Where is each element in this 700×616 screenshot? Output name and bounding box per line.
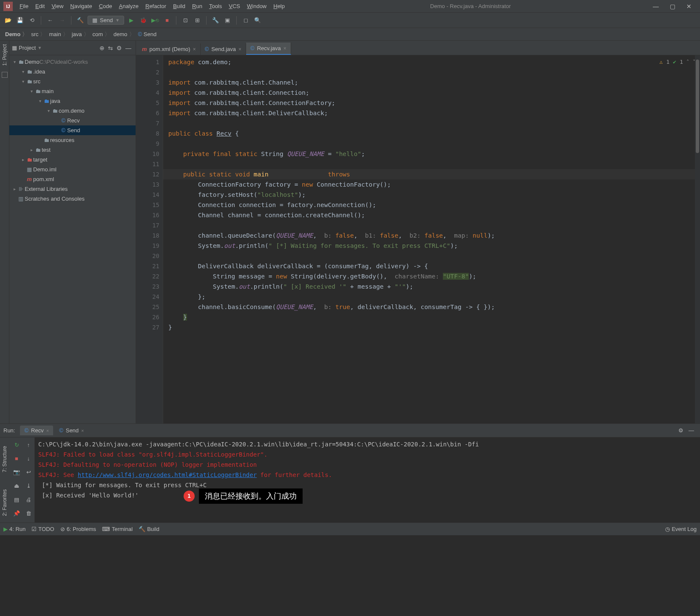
down-icon[interactable]: ↓ [24,454,33,463]
hide-icon[interactable]: — [686,427,697,434]
minimize-button[interactable]: — [653,3,659,10]
stop-icon[interactable]: ■ [162,16,172,25]
editor-tab[interactable]: © Send.java × [201,43,246,55]
layout-icon[interactable]: ▤ [12,495,21,504]
tree-node-demo-iml[interactable]: ▦Demo.iml [9,165,136,174]
project-tool-button[interactable]: 1: Project [2,43,8,68]
todo-tool-button[interactable]: ☑TODO [31,526,54,532]
chevron-down-icon[interactable]: ˅ [693,57,696,67]
debug-icon[interactable]: 🐞 [139,16,148,25]
up-icon[interactable]: ↑ [24,440,33,449]
breadcrumb-item[interactable]: © Send [136,31,159,37]
menu-code[interactable]: Code [96,3,116,9]
menu-refactor[interactable]: Refactor [142,3,170,9]
editor-tab[interactable]: © Recv.java × [246,43,291,55]
project-structure-icon[interactable]: ▣ [223,16,232,25]
structure-tool-button[interactable]: 7: Structure [2,446,8,472]
event-log-button[interactable]: ◷Event Log [665,526,697,532]
profile-icon[interactable]: ⊡ [181,16,190,25]
breadcrumb-item[interactable]: src [29,31,47,38]
exit-icon[interactable]: ⏏ [12,481,21,491]
tree-node-resources[interactable]: 🖿resources [9,135,136,145]
annotation-text: 消息已经接收到。入门成功 [199,488,303,504]
build-icon[interactable]: 🔨 [76,16,85,25]
breadcrumb-item[interactable]: demo [112,31,136,38]
tree-node-target[interactable]: 🖿target [9,155,136,165]
menu-navigate[interactable]: Navigate [67,3,95,9]
run-tab[interactable]: © Send × [55,426,88,435]
coverage-icon[interactable]: ▶⎋ [150,16,160,25]
search-icon[interactable]: 🔍 [253,16,262,25]
tree-node-pom-xml[interactable]: mpom.xml [9,174,136,184]
open-icon[interactable]: 📂 [3,16,13,25]
chevron-up-icon[interactable]: ˄ [686,57,689,67]
tree-node-demo[interactable]: 🖿Demo C:\PC\ideaIC-works [9,57,136,67]
close-tab-icon[interactable]: × [238,46,241,52]
attach-icon[interactable]: ⊞ [193,16,202,25]
tree-node-src[interactable]: 🖿src [9,77,136,86]
expand-icon[interactable]: ◻ [241,16,250,25]
tree-node-test[interactable]: 🖿test [9,145,136,155]
back-icon[interactable]: ← [45,16,55,25]
tree-node-external-libraries[interactable]: ⊪External Libraries [9,184,136,194]
tree-node-java[interactable]: 🖿java [9,96,136,106]
pin-icon[interactable]: 📌 [12,509,21,518]
close-tab-icon[interactable]: × [283,45,286,51]
menu-edit[interactable]: Edit [32,3,48,9]
stop-icon[interactable]: ■ [12,454,21,463]
trash-icon[interactable]: 🗑 [24,509,33,518]
wrap-icon[interactable]: ↩ [24,468,33,477]
editor-scrollbar[interactable] [695,55,700,423]
breadcrumb-item[interactable]: main [47,31,70,38]
camera-icon[interactable]: 📷 [12,468,21,477]
close-button[interactable]: ✕ [686,3,691,10]
menu-run[interactable]: Run [189,3,206,9]
menu-file[interactable]: File [16,3,32,9]
editor-tab[interactable]: m pom.xml (Demo) × [138,43,201,55]
breadcrumb-item[interactable]: java [70,31,91,38]
project-panel-title[interactable]: ▦ Project ▼ [12,45,42,51]
breadcrumb-item[interactable]: Demo [3,31,29,38]
tree-node-main[interactable]: 🖿main [9,86,136,96]
menu-vcs[interactable]: VCS [225,3,244,9]
menu-tools[interactable]: Tools [206,3,225,9]
tree-node-scratches-and-consoles[interactable]: ▥Scratches and Consoles [9,194,136,204]
scroll-icon[interactable]: ⤓ [24,481,33,491]
menu-build[interactable]: Build [170,3,189,9]
run-config-selector[interactable]: ▦ Send ▼ [88,16,124,25]
code-area[interactable]: package com.demo; import com.rabbitmq.cl… [163,55,700,423]
save-all-icon[interactable]: 💾 [15,16,25,25]
sync-icon[interactable]: ⟲ [27,16,37,25]
maximize-button[interactable]: ▢ [670,3,675,10]
run-icon[interactable]: ▶ [127,16,136,25]
locate-icon[interactable]: ⊕ [98,45,106,51]
scrollbar-thumb[interactable] [696,60,699,153]
menu-help[interactable]: Help [270,3,288,9]
tree-node-recv[interactable]: ©Recv [9,116,136,125]
wrench-icon[interactable]: 🔧 [211,16,220,25]
menu-analyze[interactable]: Analyze [116,3,142,9]
menu-view[interactable]: View [48,3,67,9]
hide-icon[interactable]: — [124,45,133,51]
build-tool-button[interactable]: 🔨Build [139,526,159,532]
console-output[interactable]: C:\PC\jdk-14.0.2\bin\java.exe -javaagent… [35,437,700,522]
tree-node--idea[interactable]: 🖿.idea [9,67,136,77]
bookmark-tool-icon[interactable] [2,72,8,78]
tree-node-send[interactable]: ©Send [9,125,136,135]
breadcrumb-item[interactable]: com [91,31,112,38]
problems-tool-button[interactable]: ⊘6: Problems [60,526,96,532]
run-tab[interactable]: © Recv × [20,426,53,435]
menu-window[interactable]: Window [244,3,270,9]
rerun-icon[interactable]: ↻ [12,440,21,449]
close-tab-icon[interactable]: × [193,46,196,52]
terminal-tool-button[interactable]: ⌨Terminal [102,526,133,532]
inspection-widget[interactable]: ⚠1 ✔1 ˄ ˅ [660,57,696,67]
collapse-icon[interactable]: ⇆ [106,45,115,51]
print-icon[interactable]: 🖨 [24,495,33,504]
run-tool-button[interactable]: ▶4: Run [3,526,26,532]
forward-icon[interactable]: → [57,16,67,25]
gear-icon[interactable]: ⚙ [115,45,124,51]
tree-node-com-demo[interactable]: 🖿com.demo [9,106,136,116]
gear-icon[interactable]: ⚙ [676,427,686,434]
favorites-tool-button[interactable]: 2: Favorites [2,489,8,516]
